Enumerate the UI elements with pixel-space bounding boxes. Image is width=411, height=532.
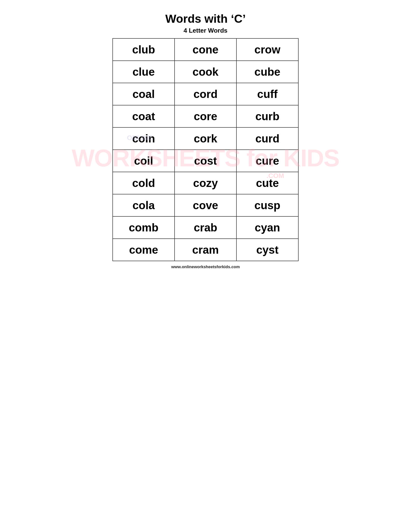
word-cell-1-1: cook xyxy=(175,61,236,83)
word-cell-6-0: cold xyxy=(113,172,175,194)
table-row: coatcorecurb xyxy=(113,105,298,127)
word-cell-4-2: curd xyxy=(236,127,298,150)
page-title: Words with ‘C’ xyxy=(112,12,299,25)
word-cell-2-1: cord xyxy=(175,83,236,105)
word-cell-1-0: clue xyxy=(113,61,175,83)
table-row: cluecookcube xyxy=(113,61,298,83)
word-cell-4-1: cork xyxy=(175,127,236,150)
word-cell-2-2: cuff xyxy=(236,83,298,105)
table-row: coilcostcure xyxy=(113,150,298,172)
word-cell-7-2: cusp xyxy=(236,194,298,216)
page: Words with ‘C’ 4 Letter Words ONLINE WOR… xyxy=(103,5,308,274)
word-cell-3-1: core xyxy=(175,105,236,127)
word-cell-8-2: cyan xyxy=(236,216,298,239)
word-cell-0-2: crow xyxy=(236,38,298,61)
word-cell-6-1: cozy xyxy=(175,172,236,194)
page-subtitle: 4 Letter Words xyxy=(112,27,299,34)
table-row: coincorkcurd xyxy=(113,127,298,150)
word-table: clubconecrowcluecookcubecoalcordcuffcoat… xyxy=(112,38,299,261)
table-row: coalcordcuff xyxy=(113,83,298,105)
word-cell-3-2: curb xyxy=(236,105,298,127)
word-cell-8-0: comb xyxy=(113,216,175,239)
word-cell-9-2: cyst xyxy=(236,239,298,261)
word-cell-9-1: cram xyxy=(175,239,236,261)
word-cell-5-2: cure xyxy=(236,150,298,172)
word-cell-4-0: coin xyxy=(113,127,175,150)
table-wrapper: ONLINE WORKSHEETS for KIDS .COM clubcone… xyxy=(112,38,299,261)
table-row: combcrabcyan xyxy=(113,216,298,239)
word-cell-6-2: cute xyxy=(236,172,298,194)
word-cell-7-0: cola xyxy=(113,194,175,216)
word-cell-5-1: cost xyxy=(175,150,236,172)
word-cell-8-1: crab xyxy=(175,216,236,239)
table-row: clubconecrow xyxy=(113,38,298,61)
table-row: colacovecusp xyxy=(113,194,298,216)
footer: www.onlineworksheetsforkids.com xyxy=(112,265,299,269)
word-cell-0-1: cone xyxy=(175,38,236,61)
table-row: coldcozycute xyxy=(113,172,298,194)
word-cell-1-2: cube xyxy=(236,61,298,83)
word-cell-7-1: cove xyxy=(175,194,236,216)
table-row: comecramcyst xyxy=(113,239,298,261)
word-cell-5-0: coil xyxy=(113,150,175,172)
word-cell-9-0: come xyxy=(113,239,175,261)
word-cell-2-0: coal xyxy=(113,83,175,105)
word-cell-3-0: coat xyxy=(113,105,175,127)
word-cell-0-0: club xyxy=(113,38,175,61)
